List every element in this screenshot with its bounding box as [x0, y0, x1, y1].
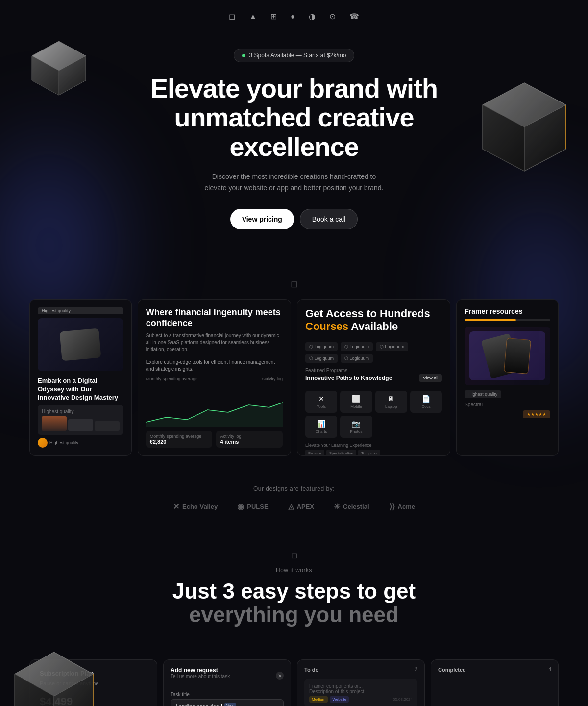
- ar-field-title: Task title Landing page des You: [171, 692, 284, 706]
- card3-icons: ✕Tools ⬜Mobile 🖥Laptop 📄Docs 📊Charts 📷Ph…: [305, 391, 442, 438]
- ar-subtitle: Tell us more about this task: [171, 674, 230, 679]
- nav-icon-phone[interactable]: ☎: [349, 12, 359, 21]
- card3-title: Get Access to Hundreds Courses Available: [305, 307, 442, 333]
- nav-icon-target[interactable]: ⊙: [329, 12, 336, 21]
- view-pricing-button[interactable]: View pricing: [230, 209, 294, 229]
- step1-price: $4,499: [40, 695, 147, 706]
- todo-header: To do 2: [304, 667, 417, 673]
- preview-card-framer: Framer resources Highest quali: [456, 299, 559, 456]
- step1-title: Subscription Plan: [40, 670, 147, 677]
- card3-elevate-label: Elevate Your Learning Experience: [305, 443, 442, 448]
- card4-spectral: Spectral: [465, 402, 550, 407]
- hero-buttons: View pricing Book a call: [10, 209, 578, 229]
- card1-image: [38, 318, 123, 371]
- svg-marker-4: [483, 83, 566, 171]
- nav-icon-diamond[interactable]: ♦: [291, 12, 294, 21]
- ar-header: Add new request Tell us more about this …: [171, 667, 284, 685]
- book-call-button[interactable]: Book a call: [300, 209, 358, 229]
- card1-title: Embark on a Digital Odyssey with Our Inn…: [38, 377, 123, 402]
- card3-innovative: Innovative Paths to Knowledge View all: [305, 374, 442, 382]
- preview-card-design: Highest quality Embark on a Digital Odys…: [29, 299, 132, 456]
- step-subscription-card: Subscription Plan Pause or cancel anytim…: [29, 659, 157, 706]
- svg-marker-2: [32, 56, 59, 95]
- svg-marker-1: [32, 41, 86, 71]
- brand-acme: ⟩⟩ Acme: [389, 502, 415, 511]
- brand-celestial: ✳ Celestial: [334, 502, 369, 511]
- cube-decoration-topright: [475, 78, 573, 176]
- svg-marker-7: [524, 105, 566, 171]
- preview-section: ◻ Highest quality Embark on a Digital Od…: [0, 269, 588, 466]
- svg-marker-0: [32, 41, 86, 95]
- hero-subtitle: Discover the most incredible creations h…: [201, 171, 387, 193]
- brand-echo-valley: ✕ Echo Valley: [173, 502, 218, 511]
- step1-subtitle: Pause or cancel anytime: [40, 680, 147, 687]
- how-it-works-section: ◻ How it works Just 3 easy steps to get …: [0, 521, 588, 645]
- card4-badge-quality: Highest quality: [465, 390, 501, 398]
- nav-icon-grid[interactable]: ⊞: [270, 12, 277, 21]
- card1-badge: Highest quality: [38, 307, 123, 314]
- cube-decoration-topleft: [29, 39, 88, 98]
- brand-pulse: ◉ PULSE: [237, 502, 268, 511]
- step-add-request-card: Add new request Tell us more about this …: [163, 659, 291, 706]
- navigation: ◻ ▲ ⊞ ♦ ◑ ⊙ ☎: [0, 0, 588, 29]
- nav-icon-logo[interactable]: ◻: [229, 12, 235, 21]
- ar-field-title-label: Task title: [171, 692, 284, 697]
- card4-progress: [465, 319, 550, 321]
- availability-text: 3 Spots Available — Starts at $2k/mo: [249, 52, 346, 59]
- preview-card-finance: Where financial ingenuity meets confiden…: [138, 299, 291, 456]
- stat-spending: Monthly spending average €2,820: [146, 431, 213, 448]
- card3-featured-label: Featured Programs: [305, 368, 442, 373]
- todo-title: To do: [304, 667, 318, 673]
- nav-icon-chart[interactable]: ▲: [249, 12, 257, 21]
- ar-close-button[interactable]: ✕: [276, 672, 284, 680]
- svg-marker-6: [483, 105, 524, 171]
- ar-field-title-input[interactable]: Landing page des You: [171, 699, 284, 706]
- section-title-how: Just 3 easy steps to get everything you …: [29, 580, 559, 627]
- section-label-how: How it works: [29, 567, 559, 574]
- completed-header: Completed 4: [438, 667, 551, 673]
- svg-marker-3: [59, 56, 86, 95]
- availability-badge: 3 Spots Available — Starts at $2k/mo: [234, 49, 355, 62]
- nav-icon-circle[interactable]: ◑: [309, 12, 316, 21]
- completed-title: Completed: [438, 667, 466, 673]
- brands-label: Our designs are featured by:: [29, 485, 559, 492]
- brand-apex: ◬ APEX: [288, 502, 314, 511]
- step-completed-card: Completed 4: [431, 659, 559, 706]
- brands-section: Our designs are featured by: ✕ Echo Vall…: [0, 466, 588, 521]
- todo-item-placeholder: Framer components or...Description of th…: [304, 679, 417, 706]
- hero-title: Elevate your brand with unmatched creati…: [122, 74, 466, 161]
- card4-title: Framer resources: [465, 307, 550, 315]
- card3-logos: ⬡ Logiquum ⬡ Logiquum ⬡ Logiquum ⬡ Logiq…: [305, 342, 442, 363]
- card2-title: Where financial ingenuity meets confiden…: [146, 307, 283, 328]
- hero-section: 3 Spots Available — Starts at $2k/mo Ele…: [0, 29, 588, 269]
- stat-activity: Activity log 4 items: [216, 431, 283, 448]
- svg-marker-5: [483, 83, 566, 127]
- card2-subtitle: Subject to a transformative financial jo…: [146, 332, 283, 353]
- availability-dot: [242, 54, 245, 57]
- todo-count: 2: [415, 667, 417, 672]
- step-todo-card: To do 2 Framer components or...Descripti…: [297, 659, 425, 706]
- steps-grid: Subscription Plan Pause or cancel anytim…: [0, 645, 588, 706]
- card2-explore: Explore cutting-edge tools for efficient…: [146, 359, 283, 373]
- brand-logos-container: ✕ Echo Valley ◉ PULSE ◬ APEX ✳ Celestial…: [29, 502, 559, 511]
- ar-title: Add new request: [171, 667, 230, 674]
- preview-card-courses: Get Access to Hundreds Courses Available…: [297, 299, 450, 456]
- preview-grid: Highest quality Embark on a Digital Odys…: [29, 299, 559, 456]
- completed-count: 4: [548, 667, 551, 672]
- card4-visual: [465, 327, 550, 385]
